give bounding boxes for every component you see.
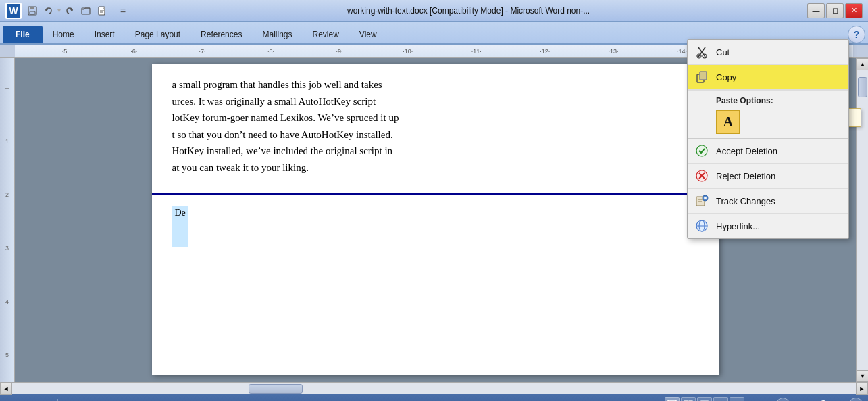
- context-menu-cut[interactable]: Cut: [688, 40, 848, 65]
- doc-line-1: a small program that handles this job we…: [172, 77, 699, 93]
- customize-icon: =: [120, 5, 126, 16]
- doc-line-5: HotKey installed, we’ve included the ori…: [172, 143, 699, 159]
- doc-line-4: t so that you don’t need to have AutoHot…: [172, 127, 699, 143]
- svg-point-31: [696, 145, 707, 156]
- zoom-in-button[interactable]: +: [849, 398, 863, 401]
- h-scroll-thumb[interactable]: [249, 384, 303, 394]
- reject-deletion-label: Reject Deletion: [716, 171, 775, 181]
- outline-button[interactable]: [713, 397, 728, 401]
- context-menu-track-changes[interactable]: Track Changes: [688, 189, 848, 214]
- tab-page-layout[interactable]: Page Layout: [125, 26, 190, 43]
- context-menu: Cut Copy Paste Options: A Accept Deletio…: [687, 39, 849, 239]
- zoom-out-button[interactable]: −: [776, 398, 790, 401]
- paste-options-label: Paste Options:: [688, 93, 848, 107]
- doc-line-6: at you can tweak it to your liking.: [172, 160, 699, 176]
- word-icon: W: [5, 3, 22, 19]
- print-layout-button[interactable]: [665, 397, 680, 401]
- copy-icon: [693, 68, 711, 86]
- copy-label: Copy: [716, 72, 736, 82]
- tab-file[interactable]: File: [3, 26, 43, 43]
- doc-line-2: urces. It was originally a small AutoHot…: [172, 94, 699, 110]
- minimize-button[interactable]: —: [807, 3, 825, 18]
- scroll-left-button[interactable]: ◄: [0, 383, 12, 395]
- svg-rect-1: [30, 7, 34, 9]
- web-layout-button[interactable]: [697, 397, 712, 401]
- vertical-ruler: L 1 2 3 4 5: [0, 58, 15, 382]
- cut-label: Cut: [716, 47, 730, 57]
- new-button[interactable]: [95, 3, 109, 18]
- track-changes-icon: [693, 192, 711, 210]
- tab-review[interactable]: Review: [302, 26, 349, 43]
- proofing-status: [111, 398, 123, 401]
- svg-rect-5: [82, 8, 90, 14]
- svg-rect-29: [700, 72, 707, 80]
- horizontal-scrollbar[interactable]: ◄ ►: [0, 382, 868, 394]
- document-text: a small program that handles this job we…: [172, 77, 699, 176]
- window-controls: — ◻ ✕: [807, 3, 863, 18]
- hyperlink-icon: [693, 217, 711, 235]
- title-bar: W ▾ = working-with-text.docx [Compatibil…: [0, 0, 868, 22]
- doc-line-3: lotKey forum-goer named Lexikos. We’ve s…: [172, 110, 699, 126]
- doc-bottom-left: De: [172, 206, 188, 247]
- reject-deletion-icon: [693, 167, 711, 185]
- undo-button[interactable]: [41, 3, 56, 18]
- hyperlink-label: Hyperlink...: [716, 221, 760, 231]
- toolbar-separator: [113, 5, 113, 17]
- full-reading-button[interactable]: [681, 397, 696, 401]
- context-menu-reject-deletion[interactable]: Reject Deletion: [688, 164, 848, 189]
- document-page: a small program that handles this job we…: [152, 64, 719, 375]
- tab-home[interactable]: Home: [43, 26, 84, 43]
- scroll-thumb[interactable]: [858, 77, 867, 97]
- context-menu-accept-deletion[interactable]: Accept Deletion: [688, 138, 848, 164]
- window-title: working-with-text.docx [Compatibility Mo…: [130, 6, 807, 16]
- restore-button[interactable]: ◻: [826, 3, 844, 18]
- accept-deletion-label: Accept Deletion: [716, 146, 777, 156]
- paste-a-icon[interactable]: A: [716, 110, 740, 134]
- proofing-icon: [111, 398, 123, 401]
- tab-insert[interactable]: Insert: [84, 26, 125, 43]
- track-changes-label: Track Changes: [716, 196, 775, 206]
- help-button[interactable]: ?: [848, 26, 865, 43]
- draft-button[interactable]: [730, 397, 744, 401]
- doc-bottom-row: De lit,: [172, 206, 699, 247]
- page-break-line: [172, 183, 699, 204]
- ruler-right-margin: [853, 45, 868, 57]
- scroll-up-button[interactable]: ▲: [857, 58, 868, 70]
- paste-options-section: Paste Options: A: [688, 90, 848, 134]
- context-menu-hyperlink[interactable]: Hyperlink...: [688, 214, 848, 238]
- vertical-scrollbar[interactable]: ▲ ▼: [856, 58, 868, 382]
- tab-references[interactable]: References: [190, 26, 252, 43]
- redo-button[interactable]: [62, 3, 77, 18]
- save-button[interactable]: [25, 3, 40, 18]
- tab-view[interactable]: View: [349, 26, 387, 43]
- open-button[interactable]: [78, 3, 93, 18]
- svg-rect-2: [30, 11, 35, 14]
- cut-icon: [693, 43, 711, 61]
- scroll-right-button[interactable]: ►: [856, 383, 868, 395]
- close-button[interactable]: ✕: [845, 3, 863, 18]
- scroll-down-button[interactable]: ▼: [857, 370, 868, 382]
- ruler-left-margin: [0, 45, 15, 57]
- accept-deletion-icon: [693, 142, 711, 160]
- context-menu-copy[interactable]: Copy: [688, 65, 848, 90]
- tab-mailings[interactable]: Mailings: [252, 26, 302, 43]
- view-buttons: [665, 397, 744, 401]
- status-bar: Page: 1 of 1 Words: 72 English (Singapor…: [0, 394, 868, 401]
- h-scroll-track[interactable]: [12, 383, 856, 394]
- zoom-area: 100% − +: [752, 398, 863, 401]
